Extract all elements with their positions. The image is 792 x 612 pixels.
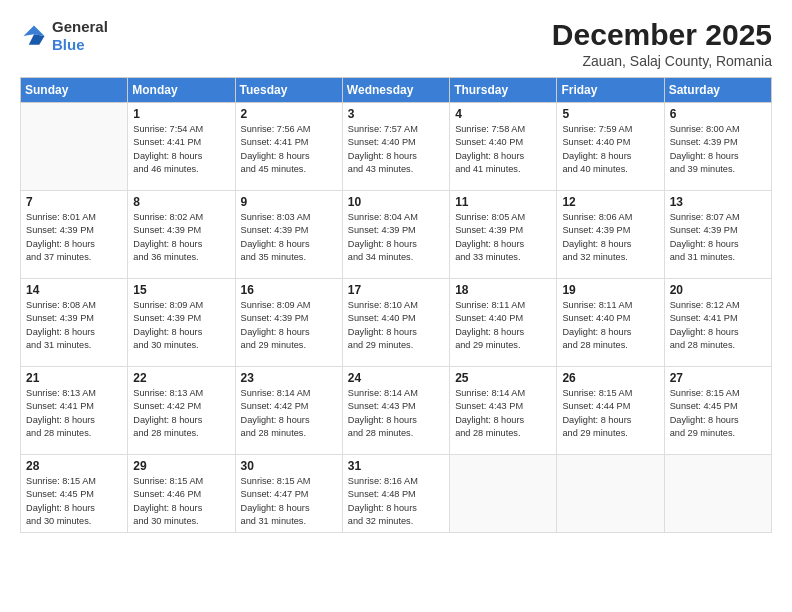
cell-info: Sunrise: 8:03 AMSunset: 4:39 PMDaylight:…: [241, 212, 311, 262]
page: General Blue December 2025 Zauan, Salaj …: [0, 0, 792, 612]
calendar-cell: 23 Sunrise: 8:14 AMSunset: 4:42 PMDaylig…: [235, 367, 342, 455]
calendar-cell: 19 Sunrise: 8:11 AMSunset: 4:40 PMDaylig…: [557, 279, 664, 367]
calendar-header-row: SundayMondayTuesdayWednesdayThursdayFrid…: [21, 78, 772, 103]
cell-info: Sunrise: 8:16 AMSunset: 4:48 PMDaylight:…: [348, 476, 418, 526]
cell-info: Sunrise: 8:11 AMSunset: 4:40 PMDaylight:…: [562, 300, 632, 350]
day-number: 26: [562, 371, 658, 385]
calendar-cell: 26 Sunrise: 8:15 AMSunset: 4:44 PMDaylig…: [557, 367, 664, 455]
calendar-cell: 7 Sunrise: 8:01 AMSunset: 4:39 PMDayligh…: [21, 191, 128, 279]
calendar-cell: 27 Sunrise: 8:15 AMSunset: 4:45 PMDaylig…: [664, 367, 771, 455]
day-number: 7: [26, 195, 122, 209]
day-number: 11: [455, 195, 551, 209]
day-number: 2: [241, 107, 337, 121]
day-number: 15: [133, 283, 229, 297]
calendar-cell: 20 Sunrise: 8:12 AMSunset: 4:41 PMDaylig…: [664, 279, 771, 367]
calendar-cell: 11 Sunrise: 8:05 AMSunset: 4:39 PMDaylig…: [450, 191, 557, 279]
calendar-cell: 2 Sunrise: 7:56 AMSunset: 4:41 PMDayligh…: [235, 103, 342, 191]
calendar-cell: 18 Sunrise: 8:11 AMSunset: 4:40 PMDaylig…: [450, 279, 557, 367]
cell-info: Sunrise: 8:09 AMSunset: 4:39 PMDaylight:…: [133, 300, 203, 350]
cell-info: Sunrise: 8:07 AMSunset: 4:39 PMDaylight:…: [670, 212, 740, 262]
cell-info: Sunrise: 8:00 AMSunset: 4:39 PMDaylight:…: [670, 124, 740, 174]
cell-info: Sunrise: 8:10 AMSunset: 4:40 PMDaylight:…: [348, 300, 418, 350]
day-number: 12: [562, 195, 658, 209]
day-number: 4: [455, 107, 551, 121]
day-number: 30: [241, 459, 337, 473]
cell-info: Sunrise: 8:14 AMSunset: 4:43 PMDaylight:…: [455, 388, 525, 438]
calendar-cell: 28 Sunrise: 8:15 AMSunset: 4:45 PMDaylig…: [21, 455, 128, 533]
day-number: 8: [133, 195, 229, 209]
day-number: 3: [348, 107, 444, 121]
day-number: 27: [670, 371, 766, 385]
cell-info: Sunrise: 8:14 AMSunset: 4:43 PMDaylight:…: [348, 388, 418, 438]
logo-general: General: [52, 18, 108, 35]
calendar-cell: 5 Sunrise: 7:59 AMSunset: 4:40 PMDayligh…: [557, 103, 664, 191]
cell-info: Sunrise: 7:58 AMSunset: 4:40 PMDaylight:…: [455, 124, 525, 174]
calendar-table: SundayMondayTuesdayWednesdayThursdayFrid…: [20, 77, 772, 533]
weekday-header: Monday: [128, 78, 235, 103]
cell-info: Sunrise: 8:05 AMSunset: 4:39 PMDaylight:…: [455, 212, 525, 262]
day-number: 9: [241, 195, 337, 209]
calendar-cell: 12 Sunrise: 8:06 AMSunset: 4:39 PMDaylig…: [557, 191, 664, 279]
cell-info: Sunrise: 8:14 AMSunset: 4:42 PMDaylight:…: [241, 388, 311, 438]
calendar-cell: 3 Sunrise: 7:57 AMSunset: 4:40 PMDayligh…: [342, 103, 449, 191]
cell-info: Sunrise: 8:02 AMSunset: 4:39 PMDaylight:…: [133, 212, 203, 262]
cell-info: Sunrise: 8:11 AMSunset: 4:40 PMDaylight:…: [455, 300, 525, 350]
header: General Blue December 2025 Zauan, Salaj …: [20, 18, 772, 69]
cell-info: Sunrise: 8:04 AMSunset: 4:39 PMDaylight:…: [348, 212, 418, 262]
calendar-cell: 17 Sunrise: 8:10 AMSunset: 4:40 PMDaylig…: [342, 279, 449, 367]
calendar-cell: 30 Sunrise: 8:15 AMSunset: 4:47 PMDaylig…: [235, 455, 342, 533]
logo: General Blue: [20, 18, 108, 54]
calendar-week-row: 7 Sunrise: 8:01 AMSunset: 4:39 PMDayligh…: [21, 191, 772, 279]
calendar-cell: 10 Sunrise: 8:04 AMSunset: 4:39 PMDaylig…: [342, 191, 449, 279]
logo-icon: [20, 22, 48, 50]
calendar-cell: 13 Sunrise: 8:07 AMSunset: 4:39 PMDaylig…: [664, 191, 771, 279]
calendar-week-row: 1 Sunrise: 7:54 AMSunset: 4:41 PMDayligh…: [21, 103, 772, 191]
day-number: 13: [670, 195, 766, 209]
cell-info: Sunrise: 8:15 AMSunset: 4:45 PMDaylight:…: [670, 388, 740, 438]
calendar-cell: [664, 455, 771, 533]
cell-info: Sunrise: 8:15 AMSunset: 4:47 PMDaylight:…: [241, 476, 311, 526]
day-number: 18: [455, 283, 551, 297]
calendar-cell: [21, 103, 128, 191]
day-number: 17: [348, 283, 444, 297]
cell-info: Sunrise: 8:15 AMSunset: 4:45 PMDaylight:…: [26, 476, 96, 526]
cell-info: Sunrise: 8:12 AMSunset: 4:41 PMDaylight:…: [670, 300, 740, 350]
calendar-cell: 29 Sunrise: 8:15 AMSunset: 4:46 PMDaylig…: [128, 455, 235, 533]
calendar-cell: 14 Sunrise: 8:08 AMSunset: 4:39 PMDaylig…: [21, 279, 128, 367]
subtitle: Zauan, Salaj County, Romania: [552, 53, 772, 69]
calendar-cell: 6 Sunrise: 8:00 AMSunset: 4:39 PMDayligh…: [664, 103, 771, 191]
calendar-week-row: 28 Sunrise: 8:15 AMSunset: 4:45 PMDaylig…: [21, 455, 772, 533]
calendar-cell: 22 Sunrise: 8:13 AMSunset: 4:42 PMDaylig…: [128, 367, 235, 455]
calendar-cell: 31 Sunrise: 8:16 AMSunset: 4:48 PMDaylig…: [342, 455, 449, 533]
calendar-cell: 1 Sunrise: 7:54 AMSunset: 4:41 PMDayligh…: [128, 103, 235, 191]
calendar-cell: 24 Sunrise: 8:14 AMSunset: 4:43 PMDaylig…: [342, 367, 449, 455]
day-number: 31: [348, 459, 444, 473]
weekday-header: Saturday: [664, 78, 771, 103]
day-number: 22: [133, 371, 229, 385]
day-number: 23: [241, 371, 337, 385]
calendar-cell: [557, 455, 664, 533]
weekday-header: Sunday: [21, 78, 128, 103]
calendar-week-row: 14 Sunrise: 8:08 AMSunset: 4:39 PMDaylig…: [21, 279, 772, 367]
cell-info: Sunrise: 8:13 AMSunset: 4:42 PMDaylight:…: [133, 388, 203, 438]
calendar-cell: 15 Sunrise: 8:09 AMSunset: 4:39 PMDaylig…: [128, 279, 235, 367]
day-number: 19: [562, 283, 658, 297]
cell-info: Sunrise: 7:56 AMSunset: 4:41 PMDaylight:…: [241, 124, 311, 174]
day-number: 6: [670, 107, 766, 121]
calendar-cell: 9 Sunrise: 8:03 AMSunset: 4:39 PMDayligh…: [235, 191, 342, 279]
day-number: 21: [26, 371, 122, 385]
day-number: 29: [133, 459, 229, 473]
day-number: 14: [26, 283, 122, 297]
weekday-header: Wednesday: [342, 78, 449, 103]
day-number: 1: [133, 107, 229, 121]
cell-info: Sunrise: 8:15 AMSunset: 4:44 PMDaylight:…: [562, 388, 632, 438]
calendar-cell: 8 Sunrise: 8:02 AMSunset: 4:39 PMDayligh…: [128, 191, 235, 279]
calendar-cell: 16 Sunrise: 8:09 AMSunset: 4:39 PMDaylig…: [235, 279, 342, 367]
cell-info: Sunrise: 8:06 AMSunset: 4:39 PMDaylight:…: [562, 212, 632, 262]
day-number: 28: [26, 459, 122, 473]
weekday-header: Tuesday: [235, 78, 342, 103]
cell-info: Sunrise: 8:08 AMSunset: 4:39 PMDaylight:…: [26, 300, 96, 350]
day-number: 24: [348, 371, 444, 385]
day-number: 5: [562, 107, 658, 121]
cell-info: Sunrise: 8:01 AMSunset: 4:39 PMDaylight:…: [26, 212, 96, 262]
